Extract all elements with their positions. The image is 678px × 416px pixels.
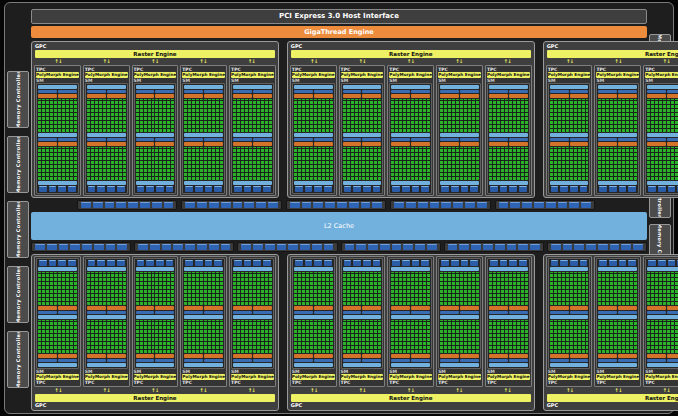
texture-unit (580, 186, 588, 192)
cuda-core-grid (489, 147, 508, 180)
texture-unit (295, 186, 303, 192)
crossbar-group (134, 242, 234, 252)
up-down-arrows-icon: ↑↓ (435, 387, 483, 394)
texture-cache-bar (391, 181, 430, 185)
sm-processing-block (233, 320, 252, 362)
cuda-core-grid (184, 147, 203, 180)
texture-unit (137, 186, 145, 192)
cuda-core-grid (136, 99, 155, 132)
texture-unit (88, 260, 96, 266)
sm-processing-block (155, 272, 174, 314)
texture-unit (234, 260, 242, 266)
sm-processing-block (58, 272, 77, 314)
tpc: TPCPolyMorph EngineSM (83, 65, 130, 196)
texture-unit (97, 186, 105, 192)
texture-unit (560, 186, 568, 192)
raster-tpc-arrows: ↑↓↑↓↑↓↑↓↑↓ (290, 58, 532, 65)
instruction-buffer-bar (440, 311, 459, 314)
instruction-buffer-bar (155, 138, 174, 141)
crossbar-port (93, 202, 103, 208)
sm-processing-blocks (647, 138, 678, 180)
warp-scheduler-bar (233, 354, 252, 358)
texture-units-row (136, 260, 175, 266)
sm-processing-blocks (489, 320, 528, 362)
sm-processing-blocks (489, 90, 528, 132)
cuda-core-grid (618, 99, 637, 132)
texture-unit (214, 186, 222, 192)
tpc-label: TPC (645, 380, 678, 385)
sm-processing-block (509, 272, 528, 314)
texture-unit (619, 260, 627, 266)
texture-units-row (391, 260, 430, 266)
sm-processing-block (489, 272, 508, 314)
sm-block (36, 83, 79, 194)
up-down-arrows-icon: ↑↓ (179, 387, 227, 394)
cuda-core-grid (58, 99, 77, 132)
instruction-buffer-bar (38, 359, 57, 362)
sm-block (85, 258, 128, 369)
warp-scheduler-bar (87, 94, 106, 98)
crossbar-port (290, 202, 300, 208)
sm-processing-block (107, 272, 126, 314)
texture-unit (185, 260, 193, 266)
texture-unit (441, 186, 449, 192)
cuda-core-grid (570, 272, 589, 305)
sm-processing-block (362, 320, 381, 362)
instruction-buffer-bar (58, 311, 77, 314)
instruction-buffer-bar (411, 311, 430, 314)
texture-unit (244, 186, 252, 192)
sm-processing-block (343, 90, 362, 132)
sm-processing-blocks (184, 272, 223, 314)
crossbar-port (94, 244, 104, 250)
tpc: TPCPolyMorph EngineSM (594, 65, 641, 196)
cuda-core-grid (509, 272, 528, 305)
crossbar-port (441, 202, 451, 208)
sm-block (487, 258, 530, 369)
tpc: TPCPolyMorph EngineSM (436, 65, 483, 196)
warp-scheduler-bar (440, 354, 459, 358)
texture-unit (373, 260, 381, 266)
sm-processing-blocks (294, 138, 333, 180)
tpc: TPCPolyMorph EngineSM (132, 65, 179, 196)
texture-cache-bar (184, 181, 223, 185)
warp-scheduler-bar (155, 306, 174, 310)
crossbar-port (510, 202, 520, 208)
texture-units-row (598, 260, 637, 266)
instruction-cache-bar (440, 363, 479, 367)
sm-processing-blocks (294, 90, 333, 132)
texture-units-row (550, 260, 589, 266)
tpc: TPCPolyMorph EngineSM (34, 65, 81, 196)
texture-units-row (343, 186, 382, 192)
sm-processing-block (253, 138, 272, 180)
instruction-buffer-bar (647, 138, 666, 141)
warp-scheduler-bar (509, 142, 528, 146)
crossbar-port (380, 244, 390, 250)
crossbar-port (483, 244, 493, 250)
texture-unit (314, 186, 322, 192)
sm-processing-block (570, 320, 589, 362)
texture-units-row (598, 186, 637, 192)
sm-processing-blocks (550, 320, 589, 362)
warp-scheduler-bar (184, 142, 203, 146)
crossbar-port (430, 202, 440, 208)
shared-memory-bar (440, 315, 479, 319)
crossbar-port (558, 202, 568, 208)
texture-units-row (647, 186, 678, 192)
instruction-buffer-bar (411, 138, 430, 141)
warp-scheduler-bar (570, 142, 589, 146)
crossbar-port (312, 244, 322, 250)
up-down-arrows-icon: ↑↓ (227, 58, 275, 65)
up-down-arrows-icon: ↑↓ (546, 387, 594, 394)
cuda-core-grid (598, 320, 617, 353)
instruction-buffer-bar (667, 311, 678, 314)
warp-scheduler-bar (598, 94, 617, 98)
instruction-buffer-bar (87, 90, 106, 93)
sm-processing-blocks (550, 272, 589, 314)
texture-unit (324, 260, 332, 266)
instruction-cache-bar (184, 85, 223, 89)
cuda-core-grid (440, 99, 459, 132)
sm-processing-block (184, 138, 203, 180)
texture-cache-bar (343, 267, 382, 271)
sm-processing-block (87, 138, 106, 180)
up-down-arrows-icon: ↑↓ (290, 387, 338, 394)
